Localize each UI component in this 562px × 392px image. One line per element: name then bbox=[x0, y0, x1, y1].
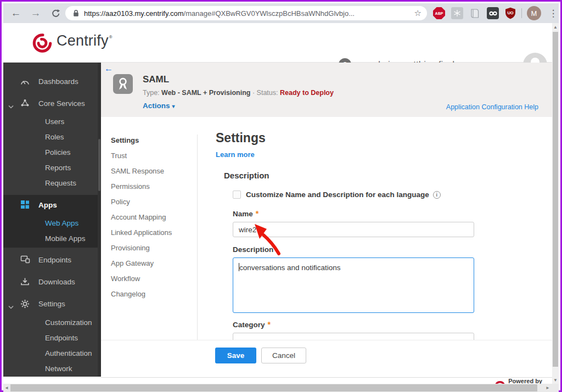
browser-menu-button[interactable]: ⋮ bbox=[548, 3, 559, 23]
sidebar-label: Requests bbox=[45, 179, 76, 187]
chevron-down-icon[interactable] bbox=[8, 101, 14, 111]
sidebar-item-core-services[interactable]: Core Services bbox=[3, 96, 101, 111]
screenshot-frame: ← → https://aaz0103.my.centrify.com/mana… bbox=[0, 0, 562, 392]
download-icon bbox=[20, 277, 30, 287]
book-extension-icon[interactable] bbox=[469, 7, 481, 19]
description-label: Description bbox=[233, 245, 273, 254]
sidebar-item-settings[interactable]: Settings bbox=[3, 296, 101, 311]
sidebar-item-dashboards[interactable]: Dashboards bbox=[3, 74, 101, 89]
sidebar-label: Policies bbox=[45, 148, 71, 156]
scroll-left-arrow[interactable]: ◄ bbox=[3, 384, 10, 392]
learn-more-link[interactable]: Learn more bbox=[216, 150, 255, 159]
lock-icon bbox=[73, 9, 79, 17]
profile-initial: M bbox=[531, 9, 537, 18]
sidebar-item-web-apps[interactable]: Web Apps bbox=[3, 215, 101, 231]
registered-mark: ® bbox=[109, 35, 113, 40]
scroll-up-arrow[interactable]: ▲ bbox=[552, 24, 559, 30]
scroll-down-arrow[interactable]: ▼ bbox=[552, 377, 559, 383]
sidebar-item-downloads[interactable]: Downloads bbox=[3, 274, 101, 289]
save-button[interactable]: Save bbox=[215, 348, 256, 363]
horizontal-scrollbar-thumb[interactable] bbox=[10, 384, 537, 391]
endpoints-icon bbox=[20, 255, 30, 265]
sidebar-label: Web Apps bbox=[45, 219, 78, 227]
main-content: ← SAML Type: Web - SAML + Provisioning ·… bbox=[101, 63, 553, 377]
sidebar-label: Dashboards bbox=[38, 77, 78, 86]
shield-icon: UO bbox=[505, 7, 516, 19]
reload-icon bbox=[51, 9, 60, 18]
sidebar-label: Authentication bbox=[45, 349, 92, 357]
customize-language-checkbox[interactable] bbox=[233, 191, 241, 199]
binoculars-icon bbox=[489, 10, 497, 16]
sidebar-item-network[interactable]: Network bbox=[3, 361, 101, 376]
vertical-scrollbar[interactable]: ▲ ▼ bbox=[552, 23, 559, 384]
centrify-logo-icon bbox=[32, 32, 53, 53]
sidebar-item-mobile-apps[interactable]: Mobile Apps bbox=[3, 231, 101, 246]
checkbox-label: Customize Name and Description for each … bbox=[246, 191, 429, 199]
core-services-icon bbox=[20, 99, 30, 108]
sidebar-item-customization[interactable]: Customization bbox=[3, 315, 101, 330]
horizontal-scrollbar[interactable]: ◄ ► bbox=[3, 384, 559, 392]
required-asterisk: * bbox=[268, 320, 271, 329]
powered-by-strip: Powered by bbox=[3, 377, 552, 384]
cancel-button[interactable]: Cancel bbox=[261, 348, 306, 363]
sidebar-scrollbar-thumb[interactable] bbox=[98, 139, 100, 191]
vertical-scrollbar-thumb[interactable] bbox=[553, 32, 558, 367]
sidebar-label: Customization bbox=[45, 318, 92, 327]
bookmark-star-icon[interactable]: ☆ bbox=[414, 8, 422, 18]
sidebar-label: Endpoints bbox=[45, 334, 78, 342]
binoculars-extension-icon[interactable] bbox=[487, 7, 499, 19]
sidebar-label: Downloads bbox=[38, 278, 75, 286]
sidebar-label: Users bbox=[45, 117, 64, 126]
sidebar-label: Mobile Apps bbox=[45, 234, 86, 243]
ublock-extension-icon[interactable]: UO bbox=[504, 7, 516, 19]
back-icon: ← bbox=[11, 7, 21, 19]
scroll-right-arrow[interactable]: ► bbox=[544, 384, 551, 392]
forward-icon: → bbox=[31, 7, 41, 19]
description-section-title: Description bbox=[224, 171, 269, 180]
sidebar-label: Roles bbox=[45, 133, 64, 141]
browser-profile-avatar[interactable]: M bbox=[527, 6, 541, 20]
svg-text:UO: UO bbox=[507, 10, 513, 15]
book-icon bbox=[469, 8, 480, 19]
snowflake-extension-icon[interactable] bbox=[451, 7, 463, 19]
powered-by-text: Powered by bbox=[508, 378, 542, 384]
name-label: Name* bbox=[233, 209, 258, 218]
snowflake-icon bbox=[453, 9, 461, 17]
sidebar-item-apps[interactable]: Apps bbox=[3, 197, 101, 212]
sidebar-item-requests[interactable]: Requests bbox=[3, 175, 101, 191]
customize-language-row: Customize Name and Description for each … bbox=[233, 191, 441, 199]
sidebar-label: Endpoints bbox=[38, 256, 71, 264]
centrify-arc-icon bbox=[494, 379, 505, 384]
sidebar-item-policies[interactable]: Policies bbox=[3, 144, 101, 160]
info-icon[interactable]: i bbox=[433, 191, 441, 199]
adblock-extension-icon[interactable]: ABP bbox=[433, 7, 445, 19]
sidebar-item-reports[interactable]: Reports bbox=[3, 160, 101, 175]
browser-toolbar: ← → https://aaz0103.my.centrify.com/mana… bbox=[3, 3, 559, 23]
address-bar[interactable]: https://aaz0103.my.centrify.com/manage#Q… bbox=[65, 6, 427, 20]
sidebar-label: Network bbox=[45, 365, 72, 373]
sidebar-item-roles[interactable]: Roles bbox=[3, 129, 101, 144]
sidebar-item-authentication[interactable]: Authentication bbox=[3, 345, 101, 361]
sidebar-label: Core Services bbox=[38, 99, 85, 108]
centrify-logo[interactable]: Centrify ® bbox=[32, 32, 113, 53]
browser-back-button[interactable]: ← bbox=[8, 3, 24, 23]
description-textarea[interactable]: conversations and notifications bbox=[233, 257, 474, 313]
sidebar: Dashboards Core Services Users Roles Pol… bbox=[3, 63, 101, 377]
apps-grid-icon bbox=[20, 200, 30, 209]
name-input[interactable] bbox=[233, 222, 474, 237]
chevron-down-icon[interactable] bbox=[8, 301, 14, 311]
brand-name: Centrify bbox=[57, 32, 109, 49]
gauge-icon bbox=[20, 77, 30, 86]
form-footer: Save Cancel bbox=[101, 340, 553, 377]
sidebar-item-users[interactable]: Users bbox=[3, 114, 101, 129]
url-text: https://aaz0103.my.centrify.com/manage#Q… bbox=[84, 9, 414, 18]
browser-forward-button[interactable]: → bbox=[27, 3, 44, 23]
sidebar-label: Apps bbox=[38, 201, 57, 209]
gear-icon bbox=[20, 299, 30, 309]
sidebar-item-endpoints-settings[interactable]: Endpoints bbox=[3, 330, 101, 345]
browser-reload-button[interactable] bbox=[47, 3, 64, 23]
settings-form: Settings Learn more Description Customiz… bbox=[101, 63, 553, 377]
sidebar-label: Reports bbox=[45, 164, 71, 172]
sidebar-item-endpoints[interactable]: Endpoints bbox=[3, 252, 101, 267]
category-label: Category* bbox=[233, 320, 271, 329]
